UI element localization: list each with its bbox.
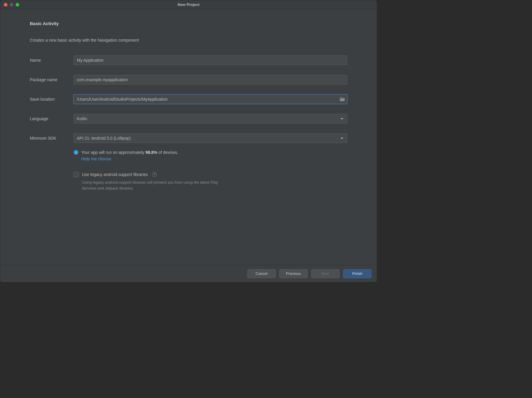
location-input[interactable] bbox=[74, 94, 347, 104]
package-label: Package name bbox=[30, 77, 74, 82]
legacy-support-checkbox[interactable] bbox=[74, 172, 79, 177]
location-row: Save location bbox=[30, 94, 347, 104]
language-label: Language bbox=[30, 116, 74, 121]
location-label: Save location bbox=[30, 97, 74, 102]
chevron-down-icon bbox=[340, 118, 343, 120]
page-description: Creates a new basic activity with the Na… bbox=[30, 38, 347, 43]
dialog-content: Basic Activity Creates a new basic activ… bbox=[0, 9, 377, 265]
name-label: Name bbox=[30, 58, 74, 63]
window-title: New Project bbox=[178, 2, 200, 7]
window-controls bbox=[4, 3, 19, 6]
dialog-footer: Cancel Previous Next Finish bbox=[0, 265, 377, 282]
legacy-support-label: Use legacy android.support libraries bbox=[82, 172, 148, 177]
minimize-window-button[interactable] bbox=[10, 3, 13, 6]
info-icon: i bbox=[74, 150, 78, 155]
language-select[interactable]: Kotlin bbox=[74, 114, 347, 123]
coverage-text: Your app will run on approximately 98.8%… bbox=[81, 150, 178, 155]
help-icon[interactable]: ? bbox=[152, 172, 157, 177]
maximize-window-button[interactable] bbox=[16, 3, 19, 6]
legacy-support-description: Using legacy android.support libraries w… bbox=[82, 180, 230, 191]
language-row: Language Kotlin bbox=[30, 114, 347, 123]
name-input[interactable] bbox=[74, 56, 347, 65]
help-me-choose-link[interactable]: Help me choose bbox=[81, 156, 347, 161]
next-button: Next bbox=[311, 269, 340, 278]
titlebar: New Project bbox=[0, 0, 377, 9]
new-project-dialog: New Project Basic Activity Creates a new… bbox=[0, 0, 377, 282]
previous-button[interactable]: Previous bbox=[279, 269, 308, 278]
package-input[interactable] bbox=[74, 75, 347, 84]
min-sdk-value: API 21: Android 5.0 (Lollipop) bbox=[77, 136, 131, 141]
name-row: Name bbox=[30, 56, 347, 65]
min-sdk-label: Minimum SDK bbox=[30, 136, 74, 141]
min-sdk-row: Minimum SDK API 21: Android 5.0 (Lollipo… bbox=[30, 133, 347, 143]
finish-button[interactable]: Finish bbox=[343, 269, 372, 278]
close-window-button[interactable] bbox=[4, 3, 7, 6]
min-sdk-select[interactable]: API 21: Android 5.0 (Lollipop) bbox=[74, 133, 347, 143]
device-coverage-info: i Your app will run on approximately 98.… bbox=[74, 150, 347, 161]
browse-folder-icon[interactable] bbox=[340, 97, 345, 102]
page-heading: Basic Activity bbox=[30, 21, 347, 26]
legacy-support-block: Use legacy android.support libraries ? U… bbox=[74, 172, 347, 191]
cancel-button[interactable]: Cancel bbox=[247, 269, 276, 278]
language-value: Kotlin bbox=[77, 116, 87, 121]
package-row: Package name bbox=[30, 75, 347, 84]
chevron-down-icon bbox=[340, 138, 343, 139]
